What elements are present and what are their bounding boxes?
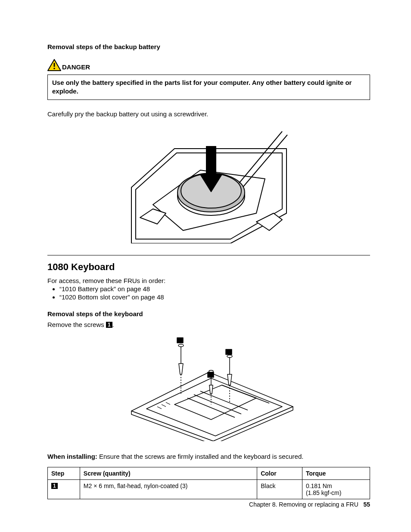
remove-prefix: Remove the screws (47, 321, 106, 328)
torque-kgfcm: (1.85 kgf-cm) (306, 489, 341, 496)
torque-nm: 0.181 Nm (306, 482, 332, 489)
backup-battery-title: Removal steps of the backup battery (47, 43, 370, 50)
step-badge-icon: 1 (106, 322, 112, 328)
danger-heading: DANGER (47, 59, 370, 71)
th-torque: Torque (302, 467, 370, 479)
th-step: Step (48, 467, 80, 479)
keyboard-removal-title: Removal steps of the keyboard (47, 310, 370, 317)
screw-table: Step Screw (quantity) Color Torque 1 M2 … (47, 467, 370, 499)
divider (47, 255, 370, 255)
footer-chapter: Chapter 8. Removing or replacing a FRU (249, 501, 358, 508)
td-color: Black (257, 479, 302, 499)
td-torque: 0.181 Nm (1.85 kgf-cm) (302, 479, 370, 499)
keyboard-heading: 1080 Keyboard (47, 261, 370, 273)
svg-text:1: 1 (179, 338, 181, 343)
warning-icon (47, 59, 61, 71)
backup-battery-instruction: Carefully pry the backup battery out usi… (47, 110, 370, 118)
installing-note: When installing: Ensure that the screws … (47, 453, 370, 460)
frus-intro: For access, remove these FRUs in order: (47, 277, 370, 284)
svg-text:1: 1 (209, 373, 212, 377)
danger-label: DANGER (62, 64, 90, 71)
remove-suffix: . (112, 321, 114, 328)
remove-screws-line: Remove the screws 1. (47, 321, 370, 328)
figure-backup-battery (47, 123, 370, 245)
table-row: 1 M2 × 6 mm, flat-head, nylon-coated (3)… (48, 479, 370, 499)
installing-label: When installing: (47, 453, 97, 460)
figure-keyboard: 1 1 1 (47, 333, 370, 442)
td-screw: M2 × 6 mm, flat-head, nylon-coated (3) (80, 479, 257, 499)
th-screw: Screw (quantity) (80, 467, 257, 479)
list-item: “1010 Battery pack” on page 48 (59, 285, 370, 292)
td-step: 1 (48, 479, 80, 499)
table-header-row: Step Screw (quantity) Color Torque (48, 467, 370, 479)
footer-page-number: 55 (363, 501, 370, 508)
svg-point-32 (227, 355, 232, 358)
svg-text:1: 1 (227, 350, 230, 355)
page-footer: Chapter 8. Removing or replacing a FRU 5… (249, 501, 370, 508)
list-item: “1020 Bottom slot cover” on page 48 (59, 293, 370, 301)
svg-rect-1 (54, 63, 55, 67)
svg-point-2 (53, 68, 55, 69)
frus-list: “1010 Battery pack” on page 48 “1020 Bot… (47, 285, 370, 301)
svg-point-22 (178, 344, 184, 347)
danger-box: Use only the battery specified in the pa… (47, 75, 370, 100)
th-color: Color (257, 467, 302, 479)
page: Removal steps of the backup battery DANG… (0, 0, 411, 532)
step-badge-icon: 1 (51, 483, 58, 489)
installing-text: Ensure that the screws are firmly instal… (97, 453, 304, 460)
